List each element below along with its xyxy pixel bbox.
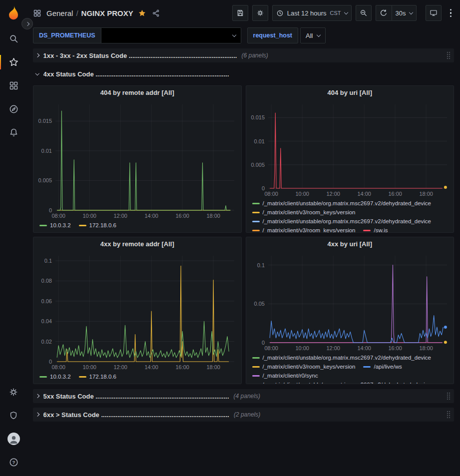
svg-text:18:00: 18:00 — [206, 364, 220, 370]
svg-text:16:00: 16:00 — [175, 364, 189, 370]
tv-mode-button[interactable] — [426, 5, 442, 21]
save-dashboard-button[interactable] — [232, 5, 248, 21]
series-color-swatch — [252, 230, 260, 231]
share-icon[interactable] — [152, 9, 160, 17]
panel-4xx-by-uri: 4xx by uri [All] 08:0010:0012:0014:0016:… — [246, 237, 455, 384]
dashboard-title[interactable]: NGINX PROXY — [81, 9, 133, 17]
sidebar-expand-button[interactable] — [21, 18, 33, 29]
refresh-icon — [380, 9, 388, 17]
legend: 10.0.3.2172.18.0.6 — [33, 372, 241, 384]
panel-404-by-uri: 404 by uri [All] 08:0010:0012:0014:0016:… — [246, 85, 455, 233]
row-1xx-3xx-2xx-status-code[interactable]: 1xx - 3xx - 2xx Status Code ............… — [33, 48, 454, 62]
legend-item[interactable]: /_matrix/client/r0/sync — [252, 372, 318, 380]
legend-item[interactable]: /_matrix/client/unstable/org.matrix.msc2… — [252, 199, 432, 207]
svg-text:12:00: 12:00 — [113, 364, 127, 370]
legend-item[interactable]: /_matrix/client/v3/room_keys/version — [252, 208, 356, 216]
datasource-select[interactable] — [101, 27, 241, 43]
kebab-menu-icon[interactable] — [448, 6, 455, 20]
grafana-logo[interactable] — [5, 5, 22, 22]
svg-text:0.005: 0.005 — [251, 162, 265, 168]
chevron-down-icon — [409, 10, 413, 14]
svg-text:0.015: 0.015 — [38, 118, 52, 124]
panel-title[interactable]: 404 by remote addr [All] — [33, 86, 241, 99]
request-host-select[interactable]: All — [300, 27, 326, 43]
help-icon[interactable]: ? — [0, 451, 27, 474]
svg-text:12:00: 12:00 — [113, 213, 127, 219]
svg-text:10:00: 10:00 — [82, 364, 96, 370]
dashboards-grid-icon[interactable] — [0, 74, 27, 97]
svg-text:0.1: 0.1 — [257, 262, 264, 268]
svg-text:08:00: 08:00 — [264, 345, 278, 351]
series-color-swatch — [363, 230, 371, 231]
svg-text:08:00: 08:00 — [51, 213, 65, 219]
grafana-app: ? General / NGINX PROXY — [0, 0, 460, 476]
time-series-chart[interactable]: 08:0010:0012:0014:0016:0018:0000.0050.01… — [33, 99, 241, 220]
clock-icon — [276, 9, 284, 17]
explore-compass-icon[interactable] — [0, 97, 27, 121]
timezone-label: CST — [330, 10, 341, 16]
time-series-chart[interactable]: 08:0010:0012:0014:0016:0018:0000.020.040… — [33, 251, 241, 372]
legend-item[interactable]: 10.0.3.2 — [39, 221, 71, 229]
svg-text:0: 0 — [49, 207, 52, 213]
legend-item[interactable]: /api/live/ws — [363, 363, 402, 371]
chevron-right-icon — [35, 413, 39, 417]
series-color-swatch — [79, 225, 86, 226]
row-4xx-status-code[interactable]: 4xx Status Code ........................… — [33, 67, 454, 81]
refresh-button-group: 30s — [376, 5, 417, 21]
svg-text:08:00: 08:00 — [264, 191, 278, 197]
row-title: 1xx - 3xx - 2xx Status Code ............… — [43, 52, 237, 59]
time-range-picker[interactable]: Last 12 hours CST — [272, 5, 352, 21]
series-name: /_matrix/client/v3/room_keys/version — [263, 208, 356, 216]
series-color-swatch — [363, 366, 371, 368]
legend-item[interactable]: /_matrix/client/unstable/org.matrix.msc2… — [252, 354, 432, 362]
panel-title[interactable]: 4xx by remote addr [All] — [33, 237, 241, 251]
zoom-out-button[interactable] — [356, 5, 372, 21]
time-series-chart[interactable]: 08:0010:0012:0014:0016:0018:0000.050.1 — [246, 251, 454, 353]
dashboard-settings-button[interactable] — [252, 5, 268, 21]
legend-item[interactable]: /_matrix/client/v3/room_keys/version — [252, 363, 356, 371]
panel-title[interactable]: 4xx by uri [All] — [246, 237, 454, 251]
legend[interactable]: /_matrix/client/unstable/org.matrix.msc2… — [246, 198, 454, 232]
drag-handle-icon[interactable] — [446, 392, 451, 400]
series-name: 172.18.0.6 — [89, 373, 116, 381]
settings-gear-icon[interactable] — [0, 380, 27, 404]
panel-title[interactable]: 404 by uri [All] — [246, 86, 454, 99]
series-name: /_matrix/client/unstable/org.matrix.msc2… — [263, 354, 432, 362]
legend-item[interactable]: /_matrix/client/v3/room_keys/version — [252, 226, 356, 232]
svg-text:0: 0 — [49, 359, 52, 365]
navbar-toolbar: Last 12 hours CST 30s — [228, 5, 454, 21]
legend[interactable]: /_matrix/client/unstable/org.matrix.msc2… — [246, 353, 454, 384]
search-icon[interactable] — [0, 27, 27, 50]
legend-item[interactable]: /_matrix/client/unstable/org.matrix.msc2… — [252, 217, 432, 225]
zoom-out-icon — [360, 9, 368, 17]
refresh-interval-picker[interactable]: 30s — [392, 5, 417, 21]
time-series-chart[interactable]: 08:0010:0012:0014:0016:0018:0000.0050.01… — [246, 99, 454, 198]
row-6xx-status-code[interactable]: 6xx > Status Code ......................… — [33, 408, 454, 422]
refresh-button[interactable] — [376, 5, 392, 21]
admin-shield-icon[interactable] — [0, 404, 27, 427]
starred-icon[interactable] — [0, 50, 27, 74]
legend-item[interactable]: 172.18.0.6 — [79, 373, 116, 381]
drag-handle-icon[interactable] — [446, 51, 451, 59]
datasource-variable-label: DS_PROMETHEUS — [33, 27, 101, 43]
breadcrumb-separator: / — [76, 9, 78, 17]
user-avatar[interactable] — [0, 427, 27, 451]
svg-text:14:00: 14:00 — [357, 345, 371, 351]
series-name: 172.18.0.6 — [89, 221, 116, 229]
svg-text:10:00: 10:00 — [295, 191, 309, 197]
legend-item[interactable]: /sw.js — [363, 226, 388, 232]
series-name: /_matrix/client/v3/room_keys/version — [263, 363, 356, 371]
alerting-bell-icon[interactable] — [0, 121, 27, 144]
favorite-star-icon[interactable] — [138, 9, 146, 17]
row-panel-count: (6 panels) — [241, 52, 268, 59]
avatar — [7, 433, 20, 445]
legend-item[interactable]: /_matrix/client/unstable/org.matrix.msc2… — [252, 381, 432, 384]
chevron-down-icon — [35, 71, 39, 75]
legend-item[interactable]: 172.18.0.6 — [79, 221, 116, 229]
drag-handle-icon[interactable] — [446, 411, 451, 419]
dashboard-variables-bar: DS_PROMETHEUS request_host All — [27, 26, 460, 45]
row-5xx-status-code[interactable]: 5xx Status Code ........................… — [33, 389, 454, 403]
breadcrumb-section[interactable]: General — [46, 9, 73, 17]
svg-text:14:00: 14:00 — [144, 364, 158, 370]
legend-item[interactable]: 10.0.3.2 — [39, 373, 71, 381]
